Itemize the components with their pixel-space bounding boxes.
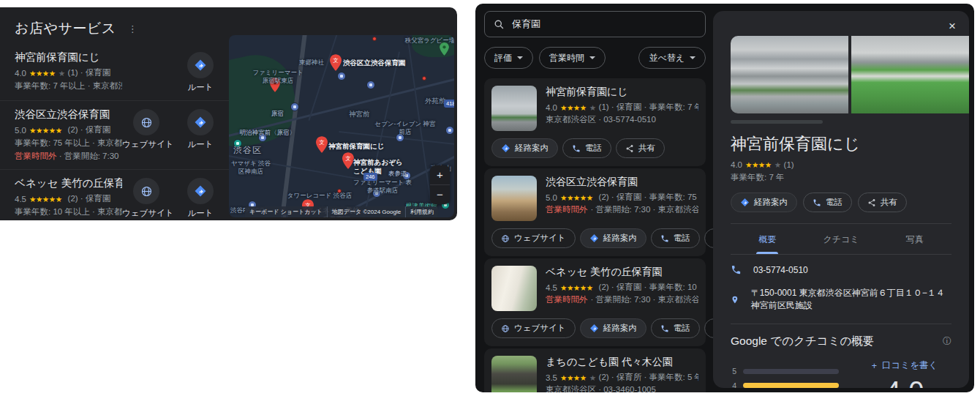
result-name[interactable]: 渋谷区立渋谷保育園: [546, 176, 698, 189]
histogram-label: 4: [731, 381, 736, 389]
map[interactable]: 文 文 文 文: [229, 35, 454, 217]
website-button[interactable]: ウェブサイト: [122, 109, 170, 162]
directions-icon: [187, 178, 214, 204]
result-card[interactable]: 神宮前保育園にじ 4.0 ★★★★★ (1) · 保育園 · 事業年数: 7 年…: [484, 78, 706, 166]
reviews-section-header: Google でのクチコミの概要 ⓘ: [731, 334, 951, 349]
tab-reviews[interactable]: クチコミ: [804, 224, 878, 254]
kebab-menu-icon[interactable]: ⋮: [128, 24, 137, 34]
svg-text:文: 文: [345, 155, 350, 162]
result-name[interactable]: ベネッセ 美竹の丘保育園: [546, 266, 698, 279]
directions-button[interactable]: 経路案内: [580, 228, 647, 248]
map-result-label[interactable]: 渋谷区立渋谷保育園: [343, 59, 416, 67]
result-name[interactable]: 神宮前保育園にじ: [546, 86, 698, 99]
directions-icon: [589, 324, 599, 333]
sort-chip[interactable]: 並べ替え: [638, 47, 706, 69]
result-card[interactable]: まちのこども園 代々木公園 3.5 ★★★★★ (2) · 保育所 · 事業年数…: [484, 348, 706, 392]
info-icon[interactable]: ⓘ: [943, 335, 951, 348]
address-row[interactable]: 〒150-0001 東京都渋谷区神宮前６丁目１０−１４ 神宮前区民施設: [731, 281, 951, 318]
rating-value: 5.0: [15, 126, 26, 135]
list-item[interactable]: 渋谷区立渋谷保育園 5.0 ★★★★★ (2) · 保育園 事業年数: 75 年…: [0, 100, 229, 169]
search-bar[interactable]: [484, 11, 706, 37]
chevron-down-icon: [517, 56, 523, 59]
transit-icon[interactable]: [290, 102, 299, 111]
business-name[interactable]: 渋谷区立渋谷保育園: [15, 108, 122, 122]
result-photo[interactable]: [491, 176, 537, 221]
business-name[interactable]: ベネッセ 美竹の丘保育園: [15, 176, 122, 190]
school-pin-icon[interactable]: 文: [342, 152, 354, 169]
filter-hours-chip[interactable]: 営業時間: [539, 47, 606, 69]
list-item[interactable]: 神宮前保育園にじ 4.0 ★★★★★ (1) · 保育園 事業年数: 7 年以上…: [0, 44, 229, 100]
route-button[interactable]: ルート: [176, 52, 225, 93]
business-details: 事業年数: 75 年以上 · 東京都渋谷区 · 03-3401-0952: [15, 138, 122, 149]
histogram-bar-5[interactable]: [743, 369, 839, 374]
histogram-bar-4[interactable]: [743, 383, 839, 388]
directions-icon: [187, 52, 214, 78]
tab-overview[interactable]: 概要: [731, 224, 804, 254]
phone-button[interactable]: 電話: [651, 228, 700, 248]
place-photo[interactable]: [851, 36, 969, 113]
rating-line: 5.0 ★★★★★ (2) · 保育園 · 事業年数: 75 年: [546, 192, 698, 203]
photo-scrollbar[interactable]: [731, 120, 823, 124]
filter-rating-chip[interactable]: 評価: [484, 47, 533, 69]
tab-photos[interactable]: 写真: [878, 224, 951, 254]
review-count[interactable]: (1): [784, 160, 794, 169]
list-item[interactable]: ベネッセ 美竹の丘保育園 4.5 ★★★★★ (2) · 保育園 事業年数: 1…: [0, 169, 229, 220]
phone-row[interactable]: 03-5774-0510: [731, 258, 951, 281]
map-result-label[interactable]: 神宮前保育園にじ: [328, 142, 399, 151]
terms-link[interactable]: 利用規約: [405, 206, 438, 217]
result-card[interactable]: 渋谷区立渋谷保育園 5.0 ★★★★★ (2) · 保育園 · 事業年数: 75…: [484, 168, 706, 256]
stars-icon: ★★★★★: [560, 283, 593, 292]
place-photo[interactable]: [731, 36, 848, 113]
write-review-link[interactable]: + 口コミを書く: [872, 359, 938, 372]
map-label: 秩父宮ラグビー場: [404, 37, 454, 45]
school-pin-icon[interactable]: 文: [316, 136, 328, 153]
website-button[interactable]: ウェブサイト: [491, 228, 576, 248]
zoom-out-button[interactable]: −: [430, 184, 450, 204]
place-detail-panel: × 神宮前保育園にじ 4.0 ★★★★★ (1) 事業年数: 7 年 経路案内 …: [713, 11, 969, 388]
route-button[interactable]: ルート: [176, 109, 225, 162]
result-card[interactable]: ベネッセ 美竹の丘保育園 4.5 ★★★★★ (2) · 保育園 · 事業年数:…: [484, 258, 706, 346]
plus-icon: +: [872, 361, 877, 371]
business-name[interactable]: 神宮前保育園にじ: [15, 51, 122, 64]
share-button[interactable]: 共有: [616, 138, 665, 158]
poi-dot-icon: [372, 37, 377, 41]
route-button[interactable]: ルート: [176, 178, 225, 220]
website-button[interactable]: ウェブサイト: [122, 178, 170, 220]
search-input[interactable]: [512, 19, 696, 30]
directions-button[interactable]: 経路案内: [580, 318, 647, 338]
rating-line: 4.0 ★★★★★ (1) · 保育園: [15, 67, 122, 78]
poi-icon[interactable]: [445, 126, 454, 135]
share-button[interactable]: 共有: [704, 228, 713, 248]
poi-dot-icon: [422, 76, 426, 81]
directions-icon: [589, 234, 599, 243]
result-name[interactable]: まちのこども園 代々木公園: [546, 356, 698, 369]
phone-button[interactable]: 電話: [562, 138, 611, 158]
result-photo[interactable]: [491, 356, 537, 392]
phone-icon: [660, 234, 669, 243]
website-button[interactable]: ウェブサイト: [491, 318, 576, 338]
place-title: 神宮前保育園にじ: [731, 133, 951, 155]
keyboard-shortcuts-link[interactable]: キーボード ショートカット: [245, 206, 327, 217]
histogram-label: 5: [731, 367, 736, 376]
result-photo[interactable]: [491, 86, 537, 131]
map-data-text: 地図データ ©2024 Google: [327, 206, 405, 217]
directions-button[interactable]: 経路案内: [731, 193, 797, 212]
school-pin-icon[interactable]: 文: [330, 54, 342, 71]
zoom-in-button[interactable]: +: [430, 165, 450, 184]
share-button[interactable]: 共有: [858, 193, 907, 212]
photo-strip: [731, 36, 969, 113]
result-photo[interactable]: [491, 266, 537, 311]
phone-button[interactable]: 電話: [803, 193, 852, 212]
share-button[interactable]: 共有: [704, 318, 713, 338]
hours-status: 営業時間外 · 営業開始: 7:30 · 東京都渋谷区 · 03-34...: [546, 204, 698, 215]
phone-button[interactable]: 電話: [651, 318, 700, 338]
globe-icon: [133, 178, 159, 204]
reviews-summary: 5 4 3 2 1 + 口コミを書く 4.0 ★★★★★ (1): [731, 359, 951, 388]
rating-histogram: 5 4 3 2 1: [731, 359, 839, 388]
close-icon[interactable]: ×: [949, 20, 956, 32]
poi-icon[interactable]: [366, 81, 375, 89]
svg-text:文: 文: [333, 57, 338, 64]
poi-icon[interactable]: [337, 72, 346, 81]
stars-icon: ★★★★: [560, 373, 587, 382]
directions-button[interactable]: 経路案内: [491, 138, 558, 158]
